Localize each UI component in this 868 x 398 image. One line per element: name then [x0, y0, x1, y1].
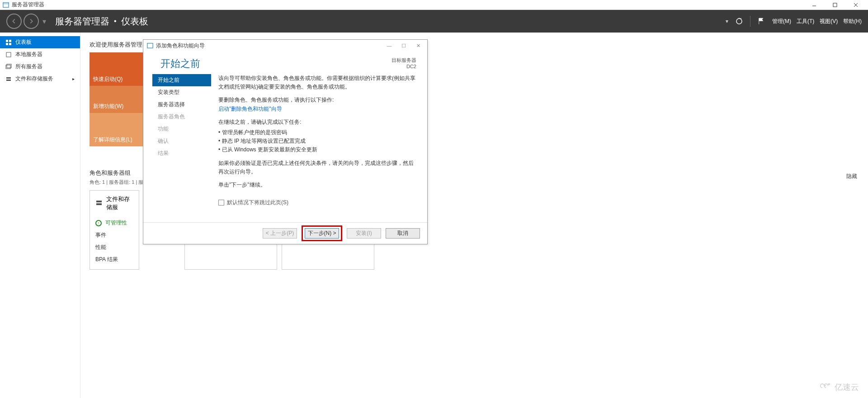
- wizard-nav: 开始之前 安装类型 服务器选择 服务器角色 功能 确认 结果: [143, 74, 211, 222]
- sidebar-item-label: 所有服务器: [15, 63, 42, 70]
- svg-rect-0: [3, 2, 9, 7]
- remove-roles-link[interactable]: 启动"删除角色和功能"向导: [218, 106, 282, 112]
- watermark-icon: [819, 381, 832, 393]
- nav-forward-button[interactable]: [24, 14, 39, 29]
- sidebar-item-file-storage[interactable]: 文件和存储服务 ▸: [0, 73, 80, 85]
- chevron-right-icon: ▸: [72, 76, 75, 81]
- wizard-p1: 该向导可帮助你安装角色、角色服务或功能。你需要根据组织的计算要求(例如共享文档或…: [218, 74, 416, 91]
- app-icon: [3, 2, 9, 8]
- checkbox-icon[interactable]: [218, 200, 224, 206]
- menu-tools[interactable]: 工具(T): [797, 18, 814, 25]
- next-button[interactable]: 下一步(N) >: [305, 228, 339, 239]
- up-arrow-icon: ↑: [95, 220, 102, 226]
- header-bar: ▾ 服务器管理器 • 仪表板 ▾ 管理(M) 工具(T) 视图(V) 帮助(H): [0, 10, 868, 33]
- outer-window-title: 服务器管理器: [12, 1, 44, 9]
- wizard-minimize-button[interactable]: —: [382, 41, 396, 51]
- tile-learnmore[interactable]: 了解详细信息(L): [90, 113, 144, 146]
- svg-point-6: [736, 19, 742, 24]
- wizard-body: 开始之前 安装类型 服务器选择 服务器角色 功能 确认 结果 该向导可帮助你安装…: [143, 74, 427, 222]
- nav-arrows: ▾: [6, 14, 46, 29]
- wizard-header: 开始之前 目标服务器 DC2: [143, 52, 427, 74]
- menu-manage[interactable]: 管理(M): [772, 18, 791, 25]
- card-row-events[interactable]: 事件: [95, 229, 133, 241]
- checkbox-label: 默认情况下将跳过此页(S): [227, 198, 288, 207]
- card-file-storage[interactable]: 文件和存储服 ↑可管理性 事件 性能 BPA 结果: [90, 190, 139, 270]
- sidebar-item-local-server[interactable]: 本地服务器: [0, 48, 80, 61]
- add-roles-wizard: 添加角色和功能向导 — ☐ ✕ 开始之前 目标服务器 DC2 开始之前 安装类型…: [143, 39, 428, 244]
- sidebar-item-label: 仪表板: [15, 38, 32, 46]
- target-value: DC2: [392, 64, 416, 69]
- menu-view[interactable]: 视图(V): [820, 18, 838, 25]
- wizard-nav-before-begin[interactable]: 开始之前: [152, 74, 211, 86]
- header-dropdown-icon[interactable]: ▾: [726, 18, 728, 24]
- breadcrumb-current: 仪表板: [121, 15, 148, 28]
- cancel-button[interactable]: 取消: [386, 228, 420, 239]
- wizard-heading: 开始之前: [160, 57, 200, 70]
- wizard-p4: 如果你必须验证是否已完成上述任何先决条件，请关闭向导，完成这些步骤，然后再次运行…: [218, 159, 416, 176]
- servers-icon: [5, 64, 12, 70]
- divider: [750, 16, 750, 27]
- card-row-manageability[interactable]: ↑可管理性: [95, 217, 133, 229]
- highlight-box: 下一步(N) >: [302, 225, 342, 241]
- svg-rect-15: [6, 80, 11, 81]
- hide-link[interactable]: 隐藏: [846, 173, 857, 180]
- wizard-p5: 单击"下一步"继续。: [218, 181, 416, 189]
- sidebar-item-label: 本地服务器: [15, 51, 42, 58]
- prereq-item: 静态 IP 地址等网络设置已配置完成: [218, 137, 416, 145]
- target-label: 目标服务器: [392, 57, 416, 64]
- svg-rect-3: [833, 3, 837, 7]
- watermark-text: 亿速云: [835, 382, 859, 393]
- wizard-nav-install-type[interactable]: 安装类型: [152, 86, 211, 98]
- wizard-maximize-button[interactable]: ☐: [396, 41, 411, 51]
- skip-page-checkbox[interactable]: 默认情况下将跳过此页(S): [218, 198, 416, 207]
- card-row-performance[interactable]: 性能: [95, 241, 133, 253]
- wizard-nav-server-select[interactable]: 服务器选择: [152, 98, 211, 111]
- svg-rect-8: [9, 40, 11, 42]
- dashboard-icon: [5, 39, 12, 46]
- wizard-close-button[interactable]: ✕: [411, 41, 425, 51]
- minimize-button[interactable]: [804, 0, 825, 10]
- sidebar: 仪表板 本地服务器 所有服务器 文件和存储服务 ▸: [0, 33, 80, 398]
- prev-button: < 上一步(P): [263, 228, 297, 239]
- tile-whatsnew[interactable]: 新增功能(W): [90, 86, 144, 113]
- wizard-p2: 要删除角色、角色服务或功能，请执行以下操作:: [218, 96, 416, 104]
- wizard-p3: 在继续之前，请确认完成以下任务:: [218, 118, 416, 126]
- breadcrumb: 服务器管理器 • 仪表板: [55, 15, 148, 28]
- sidebar-item-label: 文件和存储服务: [15, 75, 53, 83]
- refresh-icon[interactable]: [734, 16, 745, 27]
- header-right: ▾ 管理(M) 工具(T) 视图(V) 帮助(H): [726, 16, 862, 27]
- breadcrumb-sep-icon: •: [114, 17, 117, 25]
- wizard-nav-features: 功能: [152, 123, 211, 135]
- nav-back-button[interactable]: [6, 14, 22, 29]
- card-header: 文件和存储服: [90, 191, 139, 215]
- server-icon: [5, 52, 12, 58]
- maximize-button[interactable]: [825, 0, 845, 10]
- wizard-nav-results: 结果: [152, 147, 211, 159]
- tile-quickstart[interactable]: 快速启动(Q): [90, 52, 144, 86]
- svg-rect-16: [96, 201, 102, 202]
- watermark: 亿速云: [819, 381, 859, 393]
- flag-icon[interactable]: [756, 16, 767, 27]
- wizard-titlebar[interactable]: 添加角色和功能向导 — ☐ ✕: [143, 40, 427, 52]
- card-row-bpa[interactable]: BPA 结果: [95, 253, 133, 266]
- menu-help[interactable]: 帮助(H): [843, 18, 862, 25]
- storage-icon: [5, 76, 12, 82]
- wizard-icon: [147, 42, 153, 49]
- wizard-title: 添加角色和功能向导: [156, 42, 205, 50]
- breadcrumb-root[interactable]: 服务器管理器: [55, 15, 109, 28]
- storage-icon: [95, 199, 103, 208]
- nav-dropdown-icon[interactable]: ▾: [42, 17, 46, 26]
- wizard-target: 目标服务器 DC2: [392, 57, 416, 69]
- wizard-content: 该向导可帮助你安装角色、角色服务或功能。你需要根据组织的计算要求(例如共享文档或…: [211, 74, 416, 222]
- outer-window-titlebar: 服务器管理器: [0, 0, 868, 10]
- prereq-item: 已从 Windows 更新安装最新的安全更新: [218, 145, 416, 154]
- wizard-prereq-list: 管理员帐户使用的是强密码 静态 IP 地址等网络设置已配置完成 已从 Windo…: [218, 128, 416, 155]
- close-button[interactable]: [845, 0, 866, 10]
- wizard-nav-confirm: 确认: [152, 135, 211, 147]
- svg-rect-11: [6, 52, 11, 57]
- svg-rect-9: [6, 43, 8, 45]
- sidebar-item-all-servers[interactable]: 所有服务器: [0, 61, 80, 73]
- sidebar-item-dashboard[interactable]: 仪表板: [0, 36, 80, 48]
- wizard-nav-server-roles: 服务器角色: [152, 111, 211, 123]
- svg-rect-18: [147, 43, 153, 48]
